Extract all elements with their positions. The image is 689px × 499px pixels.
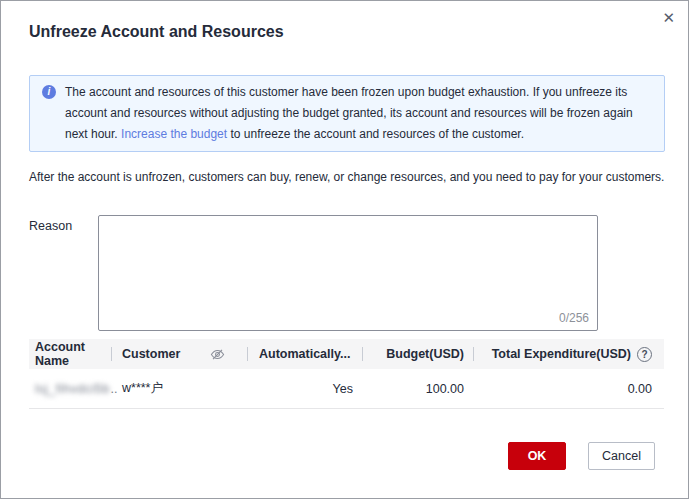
- reason-label: Reason: [29, 215, 98, 331]
- increase-budget-link[interactable]: Increase the budget: [121, 127, 227, 141]
- alert-line-2: account and resources without adjusting …: [65, 103, 633, 124]
- header-account-name-label: Account Name: [35, 340, 112, 368]
- cancel-button[interactable]: Cancel: [588, 442, 655, 470]
- header-budget: Budget(USD): [363, 339, 474, 369]
- dialog-title: Unfreeze Account and Resources: [29, 22, 660, 41]
- cell-total-expenditure: 0.00: [474, 369, 664, 409]
- reason-textarea[interactable]: [98, 215, 598, 331]
- unfreeze-dialog: ✕ Unfreeze Account and Resources i The a…: [0, 0, 689, 499]
- info-alert: i The account and resources of this cust…: [29, 75, 665, 152]
- alert-line-3-prefix: next hour.: [65, 127, 121, 141]
- header-total-expenditure-label: Total Expenditure(USD): [492, 347, 631, 361]
- ok-button[interactable]: OK: [508, 442, 566, 470]
- alert-line-1: The account and resources of this custom…: [65, 82, 633, 103]
- header-customer: Customer: [112, 339, 248, 369]
- close-icon[interactable]: ✕: [662, 10, 675, 25]
- header-customer-label: Customer: [122, 347, 180, 361]
- table-header-row: Account Name Customer Automatically... B…: [29, 339, 664, 369]
- alert-text: The account and resources of this custom…: [65, 82, 633, 145]
- header-budget-label: Budget(USD): [386, 347, 464, 361]
- cell-budget: 100.00: [363, 369, 474, 409]
- alert-line-3-suffix: to unfreeze the account and resources of…: [227, 127, 524, 141]
- help-icon[interactable]: ?: [637, 347, 652, 362]
- eye-off-icon[interactable]: [210, 347, 225, 362]
- masked-account-name: lsj_fihvdci5b: [35, 382, 110, 396]
- cell-account-name: lsj_fihvdci5b ..: [29, 369, 112, 409]
- reason-form-row: Reason 0/256: [29, 215, 660, 331]
- accounts-table: Account Name Customer Automatically... B…: [29, 339, 664, 409]
- cell-customer: w****户: [112, 369, 248, 409]
- dialog-footer: OK Cancel: [1, 442, 655, 470]
- header-automatically: Automatically...: [248, 339, 363, 369]
- header-automatically-label: Automatically...: [259, 347, 350, 361]
- cell-automatically: Yes: [248, 369, 363, 409]
- description-text: After the account is unfrozen, customers…: [29, 170, 660, 185]
- table-row: lsj_fihvdci5b .. w****户 Yes 100.00 0.00: [29, 369, 664, 409]
- info-icon: i: [42, 85, 56, 99]
- reason-textarea-wrap: 0/256: [98, 215, 598, 331]
- alert-line-3: next hour. Increase the budget to unfree…: [65, 124, 633, 145]
- header-total-expenditure: Total Expenditure(USD) ?: [474, 339, 664, 369]
- header-account-name: Account Name: [29, 339, 112, 369]
